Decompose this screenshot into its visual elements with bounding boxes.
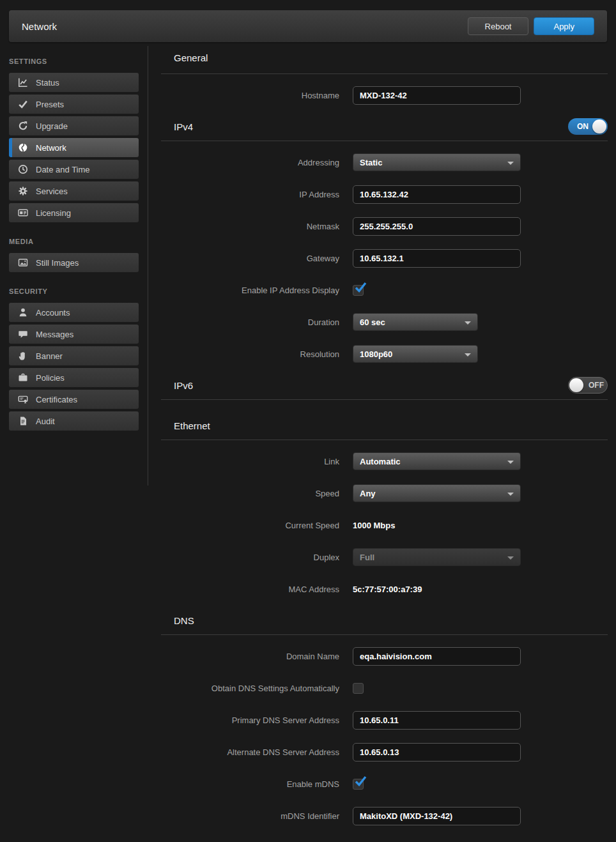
clock-icon — [18, 164, 28, 174]
sidebar-section-security: SECURITY Accounts Messages Banner — [0, 287, 148, 431]
hostname-row: Hostname — [161, 79, 608, 111]
sidebar-item-messages[interactable]: Messages — [9, 325, 139, 344]
sidebar-item-label: Licensing — [36, 208, 71, 218]
mac-address-row: MAC Address 5c:77:57:00:a7:39 — [161, 573, 608, 605]
duplex-label: Duplex — [161, 553, 339, 562]
chevron-down-icon — [507, 556, 514, 560]
hostname-input[interactable] — [353, 86, 521, 105]
domain-name-label: Domain Name — [161, 652, 339, 661]
sidebar-section-settings: SETTINGS Status Presets Upgrade — [0, 57, 148, 222]
page-header: Network Reboot Apply — [9, 10, 607, 42]
speed-row: Speed Any — [161, 477, 608, 509]
ip-address-row: IP Address — [161, 178, 608, 210]
checkmark-icon — [354, 776, 367, 787]
sidebar-item-date-and-time[interactable]: Date and Time — [9, 160, 139, 179]
sidebar-item-still-images[interactable]: Still Images — [9, 253, 139, 272]
sidebar-item-certificates[interactable]: Certificates — [9, 390, 139, 409]
current-speed-value: 1000 Mbps — [353, 521, 395, 530]
chevron-down-icon — [465, 321, 471, 325]
duplex-row: Duplex Full — [161, 541, 608, 573]
sidebar-item-label: Certificates — [36, 395, 77, 404]
gateway-input[interactable] — [353, 249, 521, 268]
mdns-identifier-input[interactable] — [353, 807, 521, 825]
mdns-identifier-label: mDNS Identifier — [161, 811, 339, 821]
primary-dns-row: Primary DNS Server Address — [161, 704, 608, 736]
sidebar-item-status[interactable]: Status — [9, 73, 139, 92]
toggle-knob — [592, 119, 606, 134]
primary-dns-input[interactable] — [353, 711, 521, 730]
mdns-identifier-row: mDNS Identifier — [161, 800, 608, 832]
resolution-value: 1080p60 — [360, 349, 392, 359]
speed-label: Speed — [161, 489, 339, 498]
sidebar-item-policies[interactable]: Policies — [9, 368, 139, 387]
ipv6-toggle[interactable]: OFF — [568, 377, 608, 394]
duplex-select: Full — [353, 548, 521, 566]
sidebar-item-label: Network — [36, 143, 66, 153]
sidebar-item-banner[interactable]: Banner — [9, 346, 139, 365]
license-card-icon — [18, 208, 28, 218]
briefcase-icon — [18, 372, 28, 383]
gear-icon — [18, 186, 28, 196]
enable-ip-display-row: Enable IP Address Display — [161, 274, 608, 306]
netmask-input[interactable] — [353, 217, 521, 236]
obtain-dns-auto-checkbox[interactable] — [353, 683, 364, 694]
check-icon — [18, 99, 28, 109]
link-value: Automatic — [360, 457, 401, 466]
section-title-ethernet: Ethernet — [174, 420, 210, 431]
duration-value: 60 sec — [360, 318, 385, 327]
link-select[interactable]: Automatic — [353, 452, 521, 470]
main-content: General Hostname IPv4 ON Addressing Stat… — [148, 42, 616, 833]
speed-select[interactable]: Any — [353, 484, 521, 502]
ipv4-toggle[interactable]: ON — [568, 118, 608, 135]
message-icon — [18, 329, 28, 339]
sidebar-item-upgrade[interactable]: Upgrade — [9, 116, 139, 135]
duration-row: Duration 60 sec — [161, 306, 608, 338]
ip-address-input[interactable] — [353, 185, 521, 204]
speed-value: Any — [360, 489, 376, 498]
sidebar-item-label: Banner — [36, 351, 63, 361]
ipv6-toggle-label: OFF — [589, 381, 604, 390]
refresh-icon — [18, 121, 28, 131]
sidebar: SETTINGS Status Presets Upgrade — [0, 42, 148, 833]
section-title-ipv4: IPv4 — [174, 121, 193, 132]
apply-button[interactable]: Apply — [534, 17, 594, 35]
sidebar-item-network[interactable]: Network — [9, 138, 139, 157]
sidebar-section-media: MEDIA Still Images — [0, 238, 148, 272]
sidebar-item-label: Audit — [36, 417, 55, 426]
reboot-button[interactable]: Reboot — [468, 17, 529, 35]
sidebar-item-label: Status — [36, 78, 59, 88]
mac-address-label: MAC Address — [161, 585, 339, 594]
resolution-select[interactable]: 1080p60 — [353, 345, 478, 363]
sidebar-item-accounts[interactable]: Accounts — [9, 303, 139, 322]
enable-mdns-checkbox[interactable] — [353, 779, 364, 790]
sidebar-item-presets[interactable]: Presets — [9, 95, 139, 114]
domain-name-input[interactable] — [353, 647, 521, 666]
duration-select[interactable]: 60 sec — [353, 313, 478, 331]
chevron-down-icon — [507, 461, 514, 464]
sidebar-item-licensing[interactable]: Licensing — [9, 203, 139, 222]
sidebar-section-label: MEDIA — [0, 238, 148, 253]
enable-ip-display-checkbox[interactable] — [353, 285, 364, 296]
link-row: Link Automatic — [161, 445, 608, 477]
alternate-dns-input[interactable] — [353, 743, 521, 762]
sidebar-item-label: Presets — [36, 100, 64, 109]
globe-icon — [18, 142, 28, 153]
section-dns-header: DNS — [161, 606, 608, 635]
alternate-dns-row: Alternate DNS Server Address — [161, 736, 608, 768]
domain-name-row: Domain Name — [161, 640, 608, 672]
sidebar-item-audit[interactable]: Audit — [9, 411, 139, 431]
ipv4-toggle-label: ON — [577, 122, 589, 131]
duplex-value: Full — [360, 553, 374, 562]
resolution-row: Resolution 1080p60 — [161, 338, 608, 370]
addressing-select[interactable]: Static — [353, 153, 521, 171]
chevron-down-icon — [465, 353, 471, 356]
resolution-label: Resolution — [161, 349, 339, 359]
sidebar-divider — [148, 46, 148, 486]
chevron-down-icon — [507, 162, 514, 165]
sidebar-item-services[interactable]: Services — [9, 181, 139, 201]
sidebar-item-label: Accounts — [36, 308, 70, 318]
enable-mdns-row: Enable mDNS — [161, 768, 608, 800]
section-title-dns: DNS — [174, 615, 194, 626]
current-speed-label: Current Speed — [161, 521, 339, 530]
enable-mdns-label: Enable mDNS — [161, 779, 339, 789]
